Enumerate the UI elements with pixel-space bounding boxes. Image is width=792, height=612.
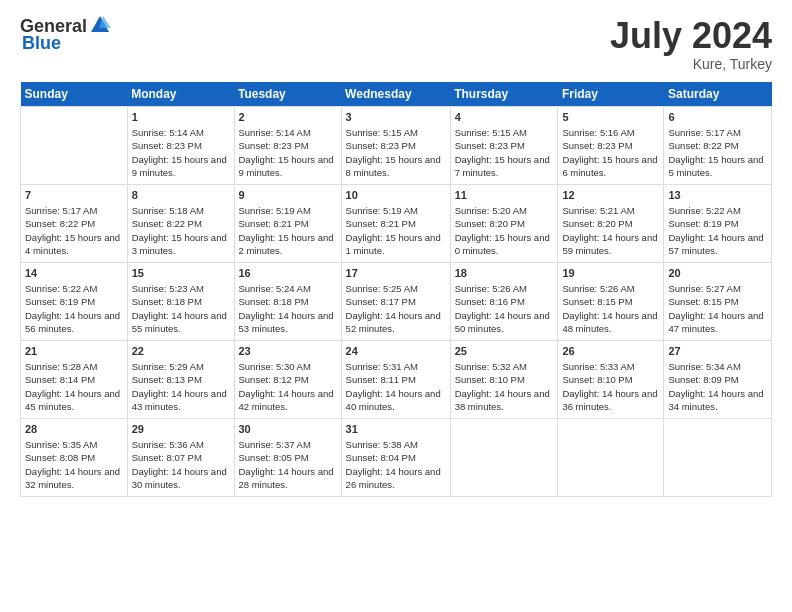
daylight-text: Daylight: 14 hours and 32 minutes.: [25, 465, 123, 492]
sunrise-text: Sunrise: 5:32 AM: [455, 360, 554, 373]
sunrise-text: Sunrise: 5:36 AM: [132, 438, 230, 451]
daylight-text: Daylight: 14 hours and 53 minutes.: [239, 309, 337, 336]
sunrise-text: Sunrise: 5:14 AM: [239, 126, 337, 139]
daylight-text: Daylight: 14 hours and 26 minutes.: [346, 465, 446, 492]
location: Kure, Turkey: [610, 56, 772, 72]
daylight-text: Daylight: 14 hours and 57 minutes.: [668, 231, 767, 258]
daylight-text: Daylight: 14 hours and 52 minutes.: [346, 309, 446, 336]
sunset-text: Sunset: 8:13 PM: [132, 373, 230, 386]
sunset-text: Sunset: 8:22 PM: [132, 217, 230, 230]
calendar-table: Sunday Monday Tuesday Wednesday Thursday…: [20, 82, 772, 497]
day-number: 26: [562, 344, 659, 359]
sunset-text: Sunset: 8:17 PM: [346, 295, 446, 308]
sunset-text: Sunset: 8:23 PM: [346, 139, 446, 152]
month-year: July 2024: [610, 16, 772, 56]
calendar-cell: 7Sunrise: 5:17 AMSunset: 8:22 PMDaylight…: [21, 184, 128, 262]
calendar-cell: 30Sunrise: 5:37 AMSunset: 8:05 PMDayligh…: [234, 418, 341, 496]
calendar-cell: 11Sunrise: 5:20 AMSunset: 8:20 PMDayligh…: [450, 184, 558, 262]
day-number: 29: [132, 422, 230, 437]
daylight-text: Daylight: 14 hours and 56 minutes.: [25, 309, 123, 336]
calendar-cell: 6Sunrise: 5:17 AMSunset: 8:22 PMDaylight…: [664, 106, 772, 184]
sunrise-text: Sunrise: 5:34 AM: [668, 360, 767, 373]
sunrise-text: Sunrise: 5:38 AM: [346, 438, 446, 451]
sunset-text: Sunset: 8:20 PM: [455, 217, 554, 230]
daylight-text: Daylight: 15 hours and 5 minutes.: [668, 153, 767, 180]
daylight-text: Daylight: 15 hours and 6 minutes.: [562, 153, 659, 180]
day-number: 13: [668, 188, 767, 203]
calendar-cell: 10Sunrise: 5:19 AMSunset: 8:21 PMDayligh…: [341, 184, 450, 262]
sunrise-text: Sunrise: 5:17 AM: [25, 204, 123, 217]
sunset-text: Sunset: 8:08 PM: [25, 451, 123, 464]
sunrise-text: Sunrise: 5:19 AM: [239, 204, 337, 217]
day-number: 10: [346, 188, 446, 203]
calendar-cell: 17Sunrise: 5:25 AMSunset: 8:17 PMDayligh…: [341, 262, 450, 340]
sunrise-text: Sunrise: 5:23 AM: [132, 282, 230, 295]
calendar-cell: 14Sunrise: 5:22 AMSunset: 8:19 PMDayligh…: [21, 262, 128, 340]
day-number: 20: [668, 266, 767, 281]
sunrise-text: Sunrise: 5:17 AM: [668, 126, 767, 139]
calendar-cell: 12Sunrise: 5:21 AMSunset: 8:20 PMDayligh…: [558, 184, 664, 262]
sunrise-text: Sunrise: 5:29 AM: [132, 360, 230, 373]
sunrise-text: Sunrise: 5:37 AM: [239, 438, 337, 451]
logo: General Blue: [20, 16, 111, 54]
calendar-week-0: 1Sunrise: 5:14 AMSunset: 8:23 PMDaylight…: [21, 106, 772, 184]
col-tuesday: Tuesday: [234, 82, 341, 107]
day-number: 6: [668, 110, 767, 125]
daylight-text: Daylight: 14 hours and 28 minutes.: [239, 465, 337, 492]
day-number: 19: [562, 266, 659, 281]
sunset-text: Sunset: 8:12 PM: [239, 373, 337, 386]
daylight-text: Daylight: 14 hours and 55 minutes.: [132, 309, 230, 336]
calendar-cell: 31Sunrise: 5:38 AMSunset: 8:04 PMDayligh…: [341, 418, 450, 496]
calendar-week-2: 14Sunrise: 5:22 AMSunset: 8:19 PMDayligh…: [21, 262, 772, 340]
sunset-text: Sunset: 8:04 PM: [346, 451, 446, 464]
calendar-cell: [664, 418, 772, 496]
sunset-text: Sunset: 8:23 PM: [132, 139, 230, 152]
calendar-cell: 16Sunrise: 5:24 AMSunset: 8:18 PMDayligh…: [234, 262, 341, 340]
day-number: 9: [239, 188, 337, 203]
calendar-cell: 15Sunrise: 5:23 AMSunset: 8:18 PMDayligh…: [127, 262, 234, 340]
calendar-cell: 22Sunrise: 5:29 AMSunset: 8:13 PMDayligh…: [127, 340, 234, 418]
day-number: 18: [455, 266, 554, 281]
daylight-text: Daylight: 14 hours and 36 minutes.: [562, 387, 659, 414]
calendar-cell: 9Sunrise: 5:19 AMSunset: 8:21 PMDaylight…: [234, 184, 341, 262]
sunset-text: Sunset: 8:07 PM: [132, 451, 230, 464]
sunset-text: Sunset: 8:22 PM: [668, 139, 767, 152]
calendar-cell: 23Sunrise: 5:30 AMSunset: 8:12 PMDayligh…: [234, 340, 341, 418]
day-number: 12: [562, 188, 659, 203]
calendar-cell: 18Sunrise: 5:26 AMSunset: 8:16 PMDayligh…: [450, 262, 558, 340]
daylight-text: Daylight: 15 hours and 3 minutes.: [132, 231, 230, 258]
sunrise-text: Sunrise: 5:15 AM: [346, 126, 446, 139]
daylight-text: Daylight: 14 hours and 45 minutes.: [25, 387, 123, 414]
calendar-cell: 13Sunrise: 5:22 AMSunset: 8:19 PMDayligh…: [664, 184, 772, 262]
col-sunday: Sunday: [21, 82, 128, 107]
header: General Blue July 2024 Kure, Turkey: [20, 16, 772, 72]
calendar-cell: [450, 418, 558, 496]
calendar-cell: 1Sunrise: 5:14 AMSunset: 8:23 PMDaylight…: [127, 106, 234, 184]
sunset-text: Sunset: 8:21 PM: [239, 217, 337, 230]
calendar-week-4: 28Sunrise: 5:35 AMSunset: 8:08 PMDayligh…: [21, 418, 772, 496]
sunrise-text: Sunrise: 5:28 AM: [25, 360, 123, 373]
day-number: 15: [132, 266, 230, 281]
sunrise-text: Sunrise: 5:25 AM: [346, 282, 446, 295]
sunrise-text: Sunrise: 5:26 AM: [455, 282, 554, 295]
day-number: 7: [25, 188, 123, 203]
daylight-text: Daylight: 14 hours and 47 minutes.: [668, 309, 767, 336]
daylight-text: Daylight: 15 hours and 4 minutes.: [25, 231, 123, 258]
calendar-cell: 29Sunrise: 5:36 AMSunset: 8:07 PMDayligh…: [127, 418, 234, 496]
day-number: 11: [455, 188, 554, 203]
sunrise-text: Sunrise: 5:35 AM: [25, 438, 123, 451]
daylight-text: Daylight: 14 hours and 40 minutes.: [346, 387, 446, 414]
sunset-text: Sunset: 8:23 PM: [239, 139, 337, 152]
sunrise-text: Sunrise: 5:18 AM: [132, 204, 230, 217]
day-number: 21: [25, 344, 123, 359]
sunrise-text: Sunrise: 5:24 AM: [239, 282, 337, 295]
sunset-text: Sunset: 8:10 PM: [562, 373, 659, 386]
daylight-text: Daylight: 15 hours and 1 minute.: [346, 231, 446, 258]
day-number: 5: [562, 110, 659, 125]
daylight-text: Daylight: 14 hours and 34 minutes.: [668, 387, 767, 414]
day-number: 28: [25, 422, 123, 437]
sunrise-text: Sunrise: 5:30 AM: [239, 360, 337, 373]
sunrise-text: Sunrise: 5:27 AM: [668, 282, 767, 295]
col-monday: Monday: [127, 82, 234, 107]
sunset-text: Sunset: 8:11 PM: [346, 373, 446, 386]
